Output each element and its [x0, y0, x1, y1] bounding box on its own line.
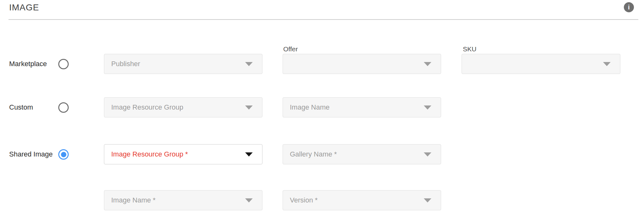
dropdown-arrow-icon: [424, 198, 431, 202]
version-dropdown[interactable]: Version *: [283, 190, 441, 210]
radio-shared-image[interactable]: [58, 149, 69, 160]
offer-label: Offer: [283, 45, 298, 53]
info-icon[interactable]: i: [624, 2, 634, 12]
page-title: IMAGE: [9, 3, 39, 13]
custom-image-name-dropdown[interactable]: Image Name: [283, 97, 441, 117]
sku-dropdown[interactable]: [462, 54, 620, 74]
dropdown-arrow-icon: [245, 152, 253, 156]
radio-custom[interactable]: [58, 102, 69, 113]
gallery-name-placeholder: Gallery Name *: [290, 150, 337, 158]
sku-label: SKU: [463, 45, 476, 53]
offer-dropdown[interactable]: [283, 54, 441, 74]
option-label-marketplace: Marketplace: [9, 60, 47, 68]
version-placeholder: Version *: [290, 196, 318, 204]
shared-resource-group-placeholder: Image Resource Group *: [111, 150, 188, 158]
dropdown-arrow-icon: [603, 62, 611, 66]
shared-image-name-placeholder: Image Name *: [111, 196, 156, 204]
dropdown-arrow-icon: [424, 152, 431, 156]
dropdown-arrow-icon: [424, 105, 431, 110]
publisher-dropdown[interactable]: Publisher: [104, 54, 262, 74]
publisher-placeholder: Publisher: [111, 60, 140, 68]
image-form-section: IMAGE i Marketplace Publisher Offer SKU …: [0, 0, 644, 216]
option-label-shared-image: Shared Image: [9, 150, 53, 159]
custom-resource-group-placeholder: Image Resource Group: [111, 103, 183, 111]
dropdown-arrow-icon: [424, 62, 431, 66]
dropdown-arrow-icon: [245, 62, 253, 66]
dropdown-arrow-icon: [245, 105, 253, 110]
dropdown-arrow-icon: [245, 198, 253, 202]
custom-image-name-placeholder: Image Name: [290, 103, 330, 111]
shared-resource-group-dropdown[interactable]: Image Resource Group *: [104, 144, 262, 164]
info-glyph: i: [628, 3, 630, 11]
option-label-custom: Custom: [9, 103, 33, 112]
shared-image-name-dropdown[interactable]: Image Name *: [104, 190, 262, 210]
gallery-name-dropdown[interactable]: Gallery Name *: [283, 144, 441, 164]
custom-resource-group-dropdown[interactable]: Image Resource Group: [104, 97, 262, 117]
section-divider: [9, 19, 638, 20]
radio-marketplace[interactable]: [58, 59, 69, 69]
